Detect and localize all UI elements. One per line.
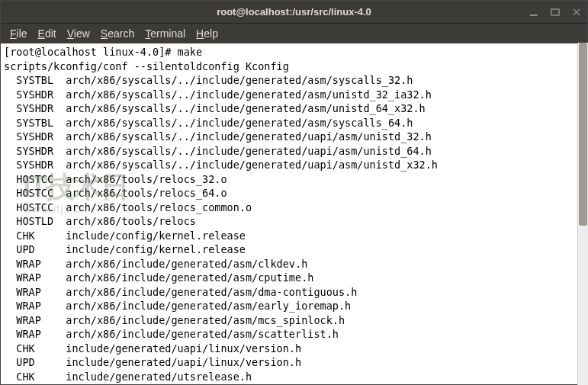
terminal-line: HOSTLD arch/x86/tools/relocs	[4, 214, 584, 229]
menu-help[interactable]: Help	[191, 26, 223, 41]
terminal-line: HOSTCC arch/x86/tools/relocs_common.o	[4, 201, 584, 215]
terminal-line: SYSTBL arch/x86/syscalls/../include/gene…	[4, 73, 584, 88]
terminal-line: SYSHDR arch/x86/syscalls/../include/gene…	[4, 88, 584, 102]
maximize-icon[interactable]	[549, 6, 561, 18]
terminal-line: CHK include/config/kernel.release	[4, 229, 584, 243]
terminal-line: UPD include/config/kernel.release	[4, 242, 584, 257]
terminal-line: SYSHDR arch/x86/syscalls/../include/gene…	[4, 101, 584, 116]
terminal-line: HOSTCC arch/x86/tools/relocs_32.o	[4, 172, 584, 187]
scrollbar-track[interactable]	[577, 43, 588, 385]
terminal-line: CHK include/generated/utsrelease.h	[4, 370, 584, 384]
terminal-line: SYSTBL arch/x86/syscalls/../include/gene…	[4, 116, 584, 130]
menu-edit[interactable]: Edit	[34, 26, 61, 41]
menu-view[interactable]: View	[63, 26, 95, 41]
terminal-line: WRAP arch/x86/include/generated/asm/clkd…	[4, 257, 584, 271]
terminal-prompt-line: [root@localhost linux-4.0]# make	[4, 45, 584, 59]
terminal-line: HOSTCC arch/x86/tools/relocs_64.o	[4, 186, 584, 201]
scrollbar-thumb[interactable]	[579, 43, 587, 226]
titlebar: root@localhost:/usr/src/linux-4.0	[1, 1, 587, 24]
close-icon[interactable]	[570, 6, 583, 18]
terminal-line: SYSHDR arch/x86/syscalls/../include/gene…	[4, 130, 584, 144]
terminal-line: UPD include/generated/utsrelease.h	[4, 383, 584, 384]
terminal-line: WRAP arch/x86/include/generated/asm/mcs_…	[4, 313, 584, 328]
terminal-line: SYSHDR arch/x86/syscalls/../include/gene…	[4, 158, 584, 172]
menu-terminal[interactable]: Terminal	[140, 26, 190, 41]
terminal-line: WRAP arch/x86/include/generated/asm/dma-…	[4, 285, 584, 300]
terminal-line: SYSHDR arch/x86/syscalls/../include/gene…	[4, 144, 584, 159]
minimize-icon[interactable]	[528, 6, 540, 18]
menu-file[interactable]: File	[5, 26, 32, 41]
terminal-output[interactable]: [root@localhost linux-4.0]# makescripts/…	[1, 43, 587, 384]
terminal-line: scripts/kconfig/conf --silentoldconfig K…	[4, 59, 584, 74]
svg-rect-1	[551, 9, 559, 15]
window-controls	[528, 6, 583, 18]
window-title: root@localhost:/usr/src/linux-4.0	[217, 6, 371, 18]
terminal-line: WRAP arch/x86/include/generated/asm/cput…	[4, 271, 584, 285]
window: root@localhost:/usr/src/linux-4.0 File E…	[0, 0, 588, 385]
terminal-line: WRAP arch/x86/include/generated/asm/earl…	[4, 299, 584, 313]
terminal-line: CHK include/generated/uapi/linux/version…	[4, 342, 584, 356]
terminal-line: UPD include/generated/uapi/linux/version…	[4, 355, 584, 370]
menu-search[interactable]: Search	[96, 26, 139, 41]
terminal-line: WRAP arch/x86/include/generated/asm/scat…	[4, 327, 584, 342]
menubar: File Edit View Search Terminal Help	[1, 24, 587, 43]
